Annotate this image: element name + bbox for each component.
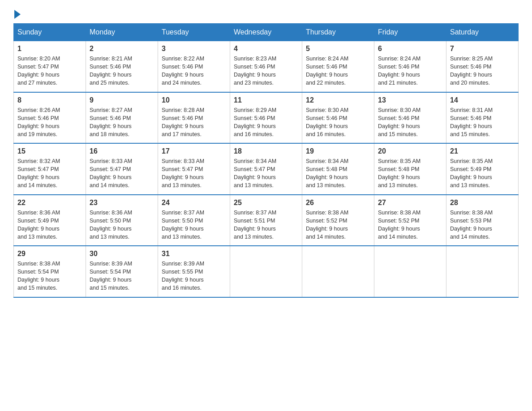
header-monday: Monday [86, 24, 158, 41]
calendar-day-6: 6 Sunrise: 8:24 AM Sunset: 5:46 PM Dayli… [374, 41, 446, 92]
logo [13, 9, 21, 19]
calendar-week-row: 22 Sunrise: 8:36 AM Sunset: 5:49 PM Dayl… [14, 195, 519, 246]
header-thursday: Thursday [302, 24, 374, 41]
day-info: Sunrise: 8:22 AM Sunset: 5:46 PM Dayligh… [162, 55, 226, 87]
day-number: 2 [90, 45, 154, 53]
day-info: Sunrise: 8:21 AM Sunset: 5:46 PM Dayligh… [90, 55, 154, 87]
day-info: Sunrise: 8:35 AM Sunset: 5:48 PM Dayligh… [378, 157, 442, 190]
calendar-day-10: 10 Sunrise: 8:28 AM Sunset: 5:46 PM Dayl… [158, 92, 230, 144]
day-number: 7 [450, 45, 515, 53]
day-number: 3 [162, 45, 226, 53]
day-info: Sunrise: 8:36 AM Sunset: 5:49 PM Dayligh… [17, 209, 82, 241]
day-info: Sunrise: 8:32 AM Sunset: 5:47 PM Dayligh… [17, 157, 82, 190]
day-number: 4 [234, 45, 298, 53]
calendar-day-22: 22 Sunrise: 8:36 AM Sunset: 5:49 PM Dayl… [14, 195, 86, 246]
calendar-day-empty [230, 246, 302, 297]
day-info: Sunrise: 8:30 AM Sunset: 5:46 PM Dayligh… [306, 106, 370, 139]
day-info: Sunrise: 8:39 AM Sunset: 5:54 PM Dayligh… [90, 260, 154, 292]
day-number: 13 [378, 96, 442, 104]
calendar-day-24: 24 Sunrise: 8:37 AM Sunset: 5:50 PM Dayl… [158, 195, 230, 246]
calendar-day-7: 7 Sunrise: 8:25 AM Sunset: 5:46 PM Dayli… [446, 41, 519, 92]
day-info: Sunrise: 8:20 AM Sunset: 5:47 PM Dayligh… [17, 55, 82, 87]
day-info: Sunrise: 8:38 AM Sunset: 5:52 PM Dayligh… [306, 209, 370, 241]
calendar-table: SundayMondayTuesdayWednesdayThursdayFrid… [13, 23, 519, 298]
calendar-day-31: 31 Sunrise: 8:39 AM Sunset: 5:55 PM Dayl… [158, 246, 230, 297]
day-info: Sunrise: 8:33 AM Sunset: 5:47 PM Dayligh… [162, 157, 226, 190]
day-info: Sunrise: 8:31 AM Sunset: 5:46 PM Dayligh… [450, 106, 515, 139]
calendar-day-18: 18 Sunrise: 8:34 AM Sunset: 5:47 PM Dayl… [230, 143, 302, 195]
calendar-week-row: 15 Sunrise: 8:32 AM Sunset: 5:47 PM Dayl… [14, 143, 519, 195]
day-info: Sunrise: 8:35 AM Sunset: 5:49 PM Dayligh… [450, 157, 515, 190]
logo-blue-text [13, 9, 21, 19]
day-info: Sunrise: 8:37 AM Sunset: 5:51 PM Dayligh… [234, 209, 298, 241]
calendar-day-8: 8 Sunrise: 8:26 AM Sunset: 5:46 PM Dayli… [14, 92, 86, 144]
day-number: 12 [306, 96, 370, 104]
day-info: Sunrise: 8:38 AM Sunset: 5:54 PM Dayligh… [17, 260, 82, 292]
day-number: 30 [90, 250, 154, 258]
day-info: Sunrise: 8:28 AM Sunset: 5:46 PM Dayligh… [162, 106, 226, 139]
header-tuesday: Tuesday [158, 24, 230, 41]
calendar-week-row: 8 Sunrise: 8:26 AM Sunset: 5:46 PM Dayli… [14, 92, 519, 144]
logo-triangle-icon [14, 10, 21, 19]
calendar-day-30: 30 Sunrise: 8:39 AM Sunset: 5:54 PM Dayl… [86, 246, 158, 297]
header-saturday: Saturday [446, 24, 519, 41]
calendar-day-4: 4 Sunrise: 8:23 AM Sunset: 5:46 PM Dayli… [230, 41, 302, 92]
day-info: Sunrise: 8:26 AM Sunset: 5:46 PM Dayligh… [17, 106, 82, 139]
day-number: 18 [234, 147, 298, 155]
day-number: 15 [17, 147, 82, 155]
header-friday: Friday [374, 24, 446, 41]
calendar-day-empty [374, 246, 446, 297]
day-number: 17 [162, 147, 226, 155]
calendar-day-16: 16 Sunrise: 8:33 AM Sunset: 5:47 PM Dayl… [86, 143, 158, 195]
day-info: Sunrise: 8:37 AM Sunset: 5:50 PM Dayligh… [162, 209, 226, 241]
day-info: Sunrise: 8:34 AM Sunset: 5:48 PM Dayligh… [306, 157, 370, 190]
day-info: Sunrise: 8:38 AM Sunset: 5:53 PM Dayligh… [450, 209, 515, 241]
calendar-day-14: 14 Sunrise: 8:31 AM Sunset: 5:46 PM Dayl… [446, 92, 519, 144]
calendar-day-1: 1 Sunrise: 8:20 AM Sunset: 5:47 PM Dayli… [14, 41, 86, 92]
calendar-day-27: 27 Sunrise: 8:38 AM Sunset: 5:52 PM Dayl… [374, 195, 446, 246]
day-number: 31 [162, 250, 226, 258]
calendar-day-13: 13 Sunrise: 8:30 AM Sunset: 5:46 PM Dayl… [374, 92, 446, 144]
calendar-day-empty [446, 246, 519, 297]
calendar-day-23: 23 Sunrise: 8:36 AM Sunset: 5:50 PM Dayl… [86, 195, 158, 246]
day-number: 14 [450, 96, 515, 104]
calendar-week-row: 29 Sunrise: 8:38 AM Sunset: 5:54 PM Dayl… [14, 246, 519, 297]
calendar-day-29: 29 Sunrise: 8:38 AM Sunset: 5:54 PM Dayl… [14, 246, 86, 297]
day-number: 6 [378, 45, 442, 53]
day-info: Sunrise: 8:36 AM Sunset: 5:50 PM Dayligh… [90, 209, 154, 241]
day-number: 22 [17, 199, 82, 207]
day-info: Sunrise: 8:24 AM Sunset: 5:46 PM Dayligh… [378, 55, 442, 87]
calendar-day-3: 3 Sunrise: 8:22 AM Sunset: 5:46 PM Dayli… [158, 41, 230, 92]
calendar-header-row: SundayMondayTuesdayWednesdayThursdayFrid… [14, 24, 519, 41]
day-info: Sunrise: 8:25 AM Sunset: 5:46 PM Dayligh… [450, 55, 515, 87]
day-number: 27 [378, 199, 442, 207]
day-info: Sunrise: 8:29 AM Sunset: 5:46 PM Dayligh… [234, 106, 298, 139]
calendar-day-20: 20 Sunrise: 8:35 AM Sunset: 5:48 PM Dayl… [374, 143, 446, 195]
calendar-day-11: 11 Sunrise: 8:29 AM Sunset: 5:46 PM Dayl… [230, 92, 302, 144]
day-number: 10 [162, 96, 226, 104]
day-number: 9 [90, 96, 154, 104]
day-number: 28 [450, 199, 515, 207]
calendar-day-21: 21 Sunrise: 8:35 AM Sunset: 5:49 PM Dayl… [446, 143, 519, 195]
day-number: 16 [90, 147, 154, 155]
page-header [13, 9, 519, 19]
header-wednesday: Wednesday [230, 24, 302, 41]
day-info: Sunrise: 8:23 AM Sunset: 5:46 PM Dayligh… [234, 55, 298, 87]
day-info: Sunrise: 8:34 AM Sunset: 5:47 PM Dayligh… [234, 157, 298, 190]
day-info: Sunrise: 8:39 AM Sunset: 5:55 PM Dayligh… [162, 260, 226, 292]
day-info: Sunrise: 8:33 AM Sunset: 5:47 PM Dayligh… [90, 157, 154, 190]
calendar-day-26: 26 Sunrise: 8:38 AM Sunset: 5:52 PM Dayl… [302, 195, 374, 246]
day-number: 20 [378, 147, 442, 155]
calendar-day-19: 19 Sunrise: 8:34 AM Sunset: 5:48 PM Dayl… [302, 143, 374, 195]
calendar-day-2: 2 Sunrise: 8:21 AM Sunset: 5:46 PM Dayli… [86, 41, 158, 92]
day-number: 25 [234, 199, 298, 207]
calendar-day-28: 28 Sunrise: 8:38 AM Sunset: 5:53 PM Dayl… [446, 195, 519, 246]
day-number: 11 [234, 96, 298, 104]
calendar-day-empty [302, 246, 374, 297]
calendar-day-5: 5 Sunrise: 8:24 AM Sunset: 5:46 PM Dayli… [302, 41, 374, 92]
calendar-day-25: 25 Sunrise: 8:37 AM Sunset: 5:51 PM Dayl… [230, 195, 302, 246]
header-sunday: Sunday [14, 24, 86, 41]
calendar-day-12: 12 Sunrise: 8:30 AM Sunset: 5:46 PM Dayl… [302, 92, 374, 144]
calendar-week-row: 1 Sunrise: 8:20 AM Sunset: 5:47 PM Dayli… [14, 41, 519, 92]
day-info: Sunrise: 8:24 AM Sunset: 5:46 PM Dayligh… [306, 55, 370, 87]
